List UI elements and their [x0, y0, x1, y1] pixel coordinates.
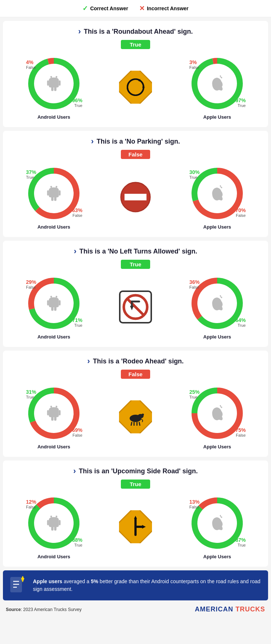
svg-rect-41 — [59, 410, 61, 415]
apple-label: Apple Users — [203, 444, 231, 449]
svg-rect-57 — [59, 520, 61, 525]
charts-row-q1: 4% False 96% True Android Users — [7, 54, 264, 120]
sign-q4 — [119, 400, 152, 433]
svg-rect-6 — [119, 71, 152, 104]
apple-fruit-icon — [210, 404, 224, 422]
question-title-q2: › This is a 'No Parking' sign. — [7, 137, 264, 146]
svg-rect-40 — [47, 410, 49, 415]
question-text: This is a 'Roundabout Ahead' sign. — [84, 28, 193, 36]
apple-donut: 25% True 75% False — [188, 384, 246, 443]
android-donut: 29% False 71% True — [25, 274, 83, 333]
android-true-pct: 69% False — [72, 427, 82, 437]
android-true-pct: 63% False — [72, 207, 82, 218]
sign-q2 — [119, 181, 152, 214]
svg-point-16 — [50, 186, 52, 188]
check-icon: ✓ — [82, 4, 88, 12]
android-chart-group: 4% False 96% True Android Users — [25, 54, 83, 120]
svg-rect-21 — [125, 194, 146, 200]
svg-rect-28 — [47, 300, 49, 306]
question-title-q1: › This is a 'Roundabout Ahead' sign. — [7, 27, 264, 36]
android-chart-group: 29% False 71% True Android Users — [25, 274, 83, 340]
question-text: This is a 'No Left Turns Allowed' sign. — [79, 248, 197, 255]
android-false-pct: 31% True — [26, 389, 36, 399]
question-title-q3: › This is a 'No Left Turns Allowed' sign… — [7, 247, 264, 256]
apple-chart-group: 30% True 70% False Apple Users — [188, 164, 246, 230]
svg-rect-5 — [59, 81, 61, 86]
android-donut: 31% True 69% False — [25, 384, 83, 443]
cross-icon: ✕ — [139, 4, 145, 12]
svg-point-27 — [56, 296, 57, 298]
android-chart-group: 31% True 69% False Android Users — [25, 384, 83, 449]
svg-point-26 — [50, 296, 52, 298]
apple-chart-group: 36% False 64% True Apple Users — [188, 274, 246, 340]
svg-point-38 — [50, 406, 52, 408]
apple-donut: 30% True 70% False — [188, 164, 246, 223]
android-false-pct: 4% False — [26, 59, 36, 70]
android-label: Android Users — [37, 224, 70, 230]
question-block-q5: › This is an 'Upcoming Side Road' sign. … — [3, 460, 268, 567]
answer-badge-q3: True — [121, 260, 150, 269]
footer-banner: Apple users averaged a 5% better grade t… — [3, 570, 268, 600]
apple-false-pct: 3% False — [189, 59, 199, 70]
svg-rect-19 — [59, 190, 61, 196]
answer-badge-q1: True — [121, 40, 150, 49]
question-text: This is an 'Upcoming Side Road' sign. — [79, 467, 198, 475]
answer-badge-q2: False — [121, 150, 150, 159]
incorrect-legend-item: ✕ Incorrect Answer — [139, 4, 189, 12]
svg-point-39 — [56, 406, 57, 408]
incorrect-legend-label: Incorrect Answer — [147, 5, 189, 11]
answer-badge-q5: True — [121, 480, 150, 489]
apple-label: Apple Users — [203, 224, 231, 230]
questions-container: › This is a 'Roundabout Ahead' sign. Tru… — [0, 21, 271, 567]
footer-highlight1: Apple users — [33, 578, 62, 584]
android-donut: 37% True 63% False — [25, 164, 83, 223]
charts-row-q3: 29% False 71% True Android Users — [7, 274, 264, 340]
question-block-q3: › This is a 'No Left Turns Allowed' sign… — [3, 241, 268, 347]
question-block-q1: › This is a 'Roundabout Ahead' sign. Tru… — [3, 21, 268, 127]
charts-row-q2: 37% True 63% False Android Users — [7, 164, 264, 230]
android-label: Android Users — [37, 334, 70, 340]
android-chart-group: 37% True 63% False Android Users — [25, 164, 83, 230]
android-robot-icon — [46, 184, 62, 203]
checklist-icon — [9, 575, 27, 595]
svg-point-3 — [56, 76, 57, 78]
android-robot-icon — [46, 404, 62, 423]
correct-legend-item: ✓ Correct Answer — [82, 4, 128, 12]
svg-rect-4 — [47, 81, 49, 86]
android-donut: 4% False 96% True — [25, 54, 83, 113]
android-false-pct: 37% True — [26, 169, 36, 179]
apple-donut: 13% False 87% True — [188, 494, 246, 552]
footer-text: Apple users averaged a 5% better grade t… — [33, 578, 262, 593]
apple-false-pct: 30% True — [189, 169, 200, 179]
charts-row-q5: 12% False 88% True Android Users — [7, 494, 264, 559]
svg-point-54 — [50, 516, 52, 518]
correct-legend-label: Correct Answer — [90, 5, 128, 11]
chevron-icon: › — [91, 137, 94, 146]
svg-point-45 — [142, 414, 144, 416]
apple-true-pct: 64% True — [235, 317, 246, 327]
apple-true-pct: 70% False — [235, 207, 246, 218]
svg-point-70 — [22, 576, 23, 578]
question-block-q2: › This is a 'No Parking' sign. False — [3, 131, 268, 237]
apple-true-pct: 87% True — [235, 537, 246, 547]
question-text: This is a 'No Parking' sign. — [97, 138, 180, 145]
svg-point-55 — [56, 516, 57, 518]
android-false-pct: 12% False — [26, 499, 36, 509]
legend-bar: ✓ Correct Answer ✕ Incorrect Answer — [0, 0, 271, 17]
android-label: Android Users — [37, 114, 70, 120]
android-label: Android Users — [37, 554, 70, 559]
android-chart-group: 12% False 88% True Android Users — [25, 494, 83, 559]
apple-chart-group: 13% False 87% True Apple Users — [188, 494, 246, 559]
chevron-icon: › — [78, 27, 81, 36]
sign-q3 — [119, 290, 152, 323]
footer-text-mid: averaged a — [62, 578, 91, 584]
apple-true-pct: 75% False — [235, 427, 246, 437]
apple-fruit-icon — [210, 294, 224, 312]
apple-false-pct: 13% False — [189, 499, 200, 509]
page-container: ✓ Correct Answer ✕ Incorrect Answer › Th… — [0, 0, 271, 618]
svg-line-49 — [139, 422, 140, 426]
apple-fruit-icon — [210, 74, 224, 93]
apple-chart-group: 25% True 75% False Apple Users — [188, 384, 246, 449]
sign-q1 — [119, 71, 152, 104]
footer-highlight2: 5% — [91, 578, 98, 584]
